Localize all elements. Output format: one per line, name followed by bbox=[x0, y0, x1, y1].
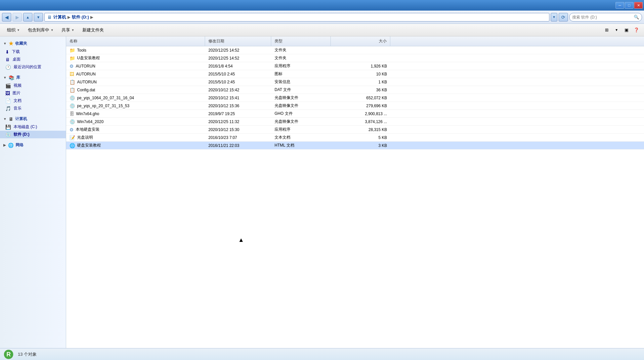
file-type-cell: HTML 文档 bbox=[271, 143, 331, 148]
file-row[interactable]: 💿 pe_yqs_1064_20_07_31_16_04 2020/10/12 … bbox=[66, 94, 644, 102]
file-row[interactable]: 🗄 Win7x64.gho 2019/9/7 19:25 GHO 文件 2,90… bbox=[66, 110, 644, 118]
organize-button[interactable]: 组织 ▼ bbox=[3, 25, 23, 35]
path-drive[interactable]: 软件 (D:) bbox=[72, 14, 89, 20]
file-row[interactable]: 🖼 AUTORUN 2015/5/10 2:45 图标 10 KB bbox=[66, 70, 644, 78]
documents-icon: 📄 bbox=[5, 98, 11, 104]
sidebar-item-music[interactable]: 🎵 音乐 bbox=[0, 105, 66, 112]
file-size-cell: 10 KB bbox=[331, 72, 390, 76]
refresh-button[interactable]: ⟳ bbox=[559, 13, 568, 22]
file-type-cell: 文件夹 bbox=[271, 55, 331, 61]
status-icon: R bbox=[3, 349, 14, 360]
file-type-cell: 文本文档 bbox=[271, 135, 331, 140]
file-row[interactable]: ⚙ AUTORUN 2016/1/8 4:54 应用程序 1,926 KB bbox=[66, 62, 644, 70]
path-sep2: ▶ bbox=[90, 15, 93, 20]
share-dropdown-icon: ▼ bbox=[71, 28, 74, 32]
sidebar-favorites-header[interactable]: ▼ ★ 收藏夹 bbox=[0, 39, 66, 48]
file-row[interactable]: ⚙ 本地硬盘安装 2020/10/12 15:30 应用程序 28,315 KB bbox=[66, 126, 644, 134]
minimize-button[interactable]: ─ bbox=[616, 2, 624, 9]
file-size-cell: 5 KB bbox=[331, 135, 390, 140]
sidebar: ▼ ★ 收藏夹 ⬇ 下载 🖥 桌面 🕐 最近访问的位置 ▼ 📚 库 bbox=[0, 36, 66, 348]
file-row[interactable]: 📝 光盘说明 2016/10/23 7:07 文本文档 5 KB bbox=[66, 134, 644, 142]
search-icon[interactable]: 🔍 bbox=[634, 15, 639, 20]
file-row[interactable]: 📋 Config.dat 2020/10/12 15:42 DAT 文件 36 … bbox=[66, 86, 644, 94]
share-button[interactable]: 共享 ▼ bbox=[58, 25, 78, 35]
computer-icon: 🖥 bbox=[47, 15, 52, 20]
file-name: 光盘说明 bbox=[77, 135, 93, 140]
include-button[interactable]: 包含到库中 ▼ bbox=[24, 25, 57, 35]
file-row[interactable]: 📋 AUTORUN 2015/5/10 2:45 安装信息 1 KB bbox=[66, 78, 644, 86]
sidebar-item-video[interactable]: 🎬 视频 bbox=[0, 82, 66, 89]
file-date-cell: 2020/12/25 14:52 bbox=[205, 48, 271, 53]
file-date-cell: 2020/12/25 11:32 bbox=[205, 119, 271, 124]
path-computer[interactable]: 计算机 bbox=[53, 14, 66, 20]
file-area: 名称 修改日期 类型 大小 📁 Tools 2020/12/25 14:52 文… bbox=[66, 36, 644, 348]
file-type-cell: 应用程序 bbox=[271, 63, 331, 69]
sidebar-item-documents[interactable]: 📄 文档 bbox=[0, 97, 66, 105]
sidebar-item-pictures[interactable]: 🖼 图片 bbox=[0, 89, 66, 97]
file-date-cell: 2019/9/7 19:25 bbox=[205, 112, 271, 116]
file-size-cell: 652,072 KB bbox=[331, 96, 390, 100]
preview-pane-button[interactable]: ▣ bbox=[622, 26, 631, 34]
file-name-cell: 💿 pe_yqs_xp_20_07_31_15_53 bbox=[66, 103, 205, 109]
view-options-button[interactable]: ⊞ bbox=[602, 26, 611, 34]
address-dropdown[interactable]: ▼ bbox=[551, 13, 557, 22]
sidebar-computer-header[interactable]: ▼ 🖥 计算机 bbox=[0, 115, 66, 123]
up-button[interactable]: ▲ bbox=[23, 13, 32, 22]
address-path[interactable]: 🖥 计算机 ▶ 软件 (D:) ▶ bbox=[44, 13, 549, 22]
forward-button[interactable]: ▶ bbox=[13, 13, 22, 22]
sidebar-item-drive-d[interactable]: 💿 软件 (D:) bbox=[0, 131, 66, 138]
search-box[interactable]: 🔍 bbox=[569, 13, 642, 22]
col-header-type[interactable]: 类型 bbox=[271, 36, 331, 46]
sidebar-item-downloads[interactable]: ⬇ 下载 bbox=[0, 48, 66, 56]
sidebar-item-drive-c[interactable]: 💾 本地磁盘 (C:) bbox=[0, 123, 66, 131]
search-input[interactable] bbox=[572, 15, 634, 20]
file-type-cell: 光盘映像文件 bbox=[271, 103, 331, 109]
col-header-name[interactable]: 名称 bbox=[66, 36, 205, 46]
recent-btn[interactable]: ▼ bbox=[34, 13, 43, 22]
maximize-button[interactable]: □ bbox=[625, 2, 633, 9]
sidebar-library-header[interactable]: ▼ 📚 库 bbox=[0, 73, 66, 82]
file-name-cell: 🗄 Win7x64.gho bbox=[66, 111, 205, 116]
file-name-cell: 🌐 硬盘安装教程 bbox=[66, 143, 205, 148]
file-name-cell: ⚙ 本地硬盘安装 bbox=[66, 127, 205, 132]
col-header-size[interactable]: 大小 bbox=[331, 36, 390, 46]
col-header-date[interactable]: 修改日期 bbox=[205, 36, 271, 46]
sidebar-network-header[interactable]: ▶ 🌐 网络 bbox=[0, 141, 66, 149]
new-folder-button[interactable]: 新建文件夹 bbox=[79, 25, 107, 35]
sidebar-item-desktop[interactable]: 🖥 桌面 bbox=[0, 56, 66, 63]
svg-text:R: R bbox=[7, 351, 11, 358]
file-type-icon: ⚙ bbox=[69, 64, 74, 69]
file-row[interactable]: 📁 U盘安装教程 2020/12/25 14:52 文件夹 bbox=[66, 54, 644, 62]
file-type-cell: DAT 文件 bbox=[271, 87, 331, 93]
file-size-cell: 36 KB bbox=[331, 88, 390, 92]
library-folder-icon: 📚 bbox=[9, 75, 14, 80]
toolbar: 组织 ▼ 包含到库中 ▼ 共享 ▼ 新建文件夹 ⊞ ▼ ▣ ❓ bbox=[0, 24, 644, 36]
help-button[interactable]: ❓ bbox=[632, 26, 641, 34]
file-row[interactable]: 💿 pe_yqs_xp_20_07_31_15_53 2020/10/12 15… bbox=[66, 102, 644, 110]
file-date-cell: 2020/12/25 14:52 bbox=[205, 56, 271, 61]
file-type-icon: ⚙ bbox=[69, 127, 74, 132]
close-button[interactable]: ✕ bbox=[634, 2, 643, 9]
file-type-icon: 🗄 bbox=[69, 111, 74, 116]
file-name: pe_yqs_1064_20_07_31_16_04 bbox=[77, 96, 134, 100]
sidebar-computer-section: ▼ 🖥 计算机 💾 本地磁盘 (C:) 💿 软件 (D:) bbox=[0, 115, 66, 138]
file-date-cell: 2020/10/12 15:42 bbox=[205, 88, 271, 92]
file-name: AUTORUN bbox=[76, 64, 95, 68]
pictures-icon: 🖼 bbox=[5, 91, 10, 96]
file-size-cell: 28,315 KB bbox=[331, 127, 390, 132]
file-list[interactable]: 📁 Tools 2020/12/25 14:52 文件夹 📁 U盘安装教程 20… bbox=[66, 46, 644, 348]
sidebar-network-section: ▶ 🌐 网络 bbox=[0, 141, 66, 149]
file-row[interactable]: 💿 Win7x64_2020 2020/12/25 11:32 光盘映像文件 3… bbox=[66, 118, 644, 126]
file-type-icon: 🌐 bbox=[69, 143, 75, 148]
file-row[interactable]: 📁 Tools 2020/12/25 14:52 文件夹 bbox=[66, 46, 644, 54]
file-row[interactable]: 🌐 硬盘安装教程 2016/11/21 22:03 HTML 文档 3 KB bbox=[66, 142, 644, 150]
file-size-cell: 1,926 KB bbox=[331, 64, 390, 68]
back-button[interactable]: ◀ bbox=[2, 13, 11, 22]
file-date-cell: 2016/11/21 22:03 bbox=[205, 143, 271, 148]
sidebar-item-recent[interactable]: 🕐 最近访问的位置 bbox=[0, 63, 66, 71]
status-text: 13 个对象 bbox=[18, 351, 37, 357]
computer-pc-icon: 🖥 bbox=[9, 116, 13, 122]
title-bar: ─ □ ✕ bbox=[0, 0, 644, 11]
view-dropdown-button[interactable]: ▼ bbox=[612, 26, 621, 34]
library-arrow-icon: ▼ bbox=[3, 76, 7, 79]
